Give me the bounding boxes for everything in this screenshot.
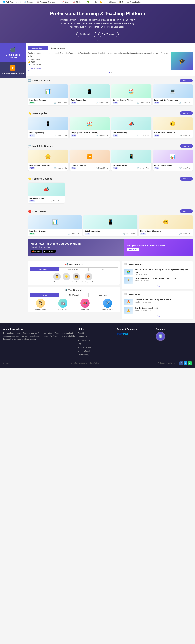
vendor-item: 👱 Andy Field bbox=[62, 273, 70, 283]
article-date: Sunday 04 August 2019 bbox=[134, 274, 191, 275]
whatsapp-button[interactable]: w bbox=[188, 361, 192, 365]
news-more[interactable]: ••• More bbox=[124, 315, 191, 317]
course-card[interactable]: 📱 Data Engineering ₹100 🕐 3 hour 17 min bbox=[28, 117, 68, 138]
card-thumbnail: 📱 bbox=[84, 215, 137, 228]
footer-link[interactable]: Vendors Panel bbox=[78, 350, 114, 353]
course-card[interactable]: 📊 Live Class Example Free 🕐 1 hour 45 mi… bbox=[28, 215, 82, 236]
footer-payment-title: Payment Gateways bbox=[117, 328, 153, 330]
footer-link[interactable]: FAQ bbox=[78, 342, 114, 346]
duration-text: 1 hour 30 min bbox=[98, 167, 108, 169]
dot-1[interactable] bbox=[108, 72, 110, 73]
nav-item[interactable]: 💪Health & Fitness bbox=[100, 1, 116, 3]
view-course-button[interactable]: View Course bbox=[28, 67, 43, 71]
course-card[interactable]: 📊 Live Class Example Free 🕐 1 hour 45 mi… bbox=[28, 84, 68, 105]
appstore-badge[interactable]: 🍎 App Store bbox=[31, 250, 42, 253]
newest-load-more[interactable]: Load more bbox=[180, 79, 193, 82]
facebook-button[interactable]: f bbox=[180, 361, 183, 365]
coming-soon-card[interactable]: 📹 Coming Soon Courses bbox=[0, 44, 26, 62]
footer-about-text: Pro Academy is very professional learnin… bbox=[3, 332, 75, 340]
tab-featured-courses[interactable]: Featured Courses bbox=[28, 46, 48, 50]
price-badge: Free bbox=[29, 102, 34, 104]
start-teachings-button[interactable]: Start Teachings bbox=[98, 32, 119, 37]
request-course-card[interactable]: ▶️ Request New Course bbox=[0, 62, 26, 78]
footer-link[interactable]: Terms & Rules bbox=[78, 339, 114, 342]
coming-soon-label: Coming Soon Courses bbox=[2, 54, 24, 58]
channels-title: Top Channels bbox=[68, 289, 84, 292]
nav-item[interactable]: 📖Personal Development bbox=[37, 1, 58, 3]
nav-label: Health & Fitness bbox=[103, 1, 116, 3]
footer-link[interactable]: Knowledgebase bbox=[78, 346, 114, 349]
tab-social-marketing[interactable]: Social Marketing bbox=[48, 46, 68, 50]
course-card[interactable]: 📱 Data Engineering ₹100 🕐 3 hour 17 min bbox=[84, 215, 137, 236]
channels-tab-viewed[interactable]: Most Viewed bbox=[59, 293, 88, 297]
nav-item[interactable]: 📊Business bbox=[24, 1, 34, 3]
featured-description: Social marketing has the primary goal of… bbox=[28, 52, 170, 57]
nav-icon: 🎓 bbox=[119, 1, 122, 3]
articles-more[interactable]: ••• More bbox=[124, 285, 191, 287]
googleplay-badge[interactable]: ▶ Google Play bbox=[43, 250, 56, 253]
price-badge: ₹100 bbox=[154, 102, 160, 104]
nav-item[interactable]: 🌐Web Development bbox=[3, 1, 20, 3]
footer-payment: Payment Gateways PayPal bbox=[117, 328, 153, 357]
hero-description: Proacademy is very professional learning… bbox=[60, 18, 136, 28]
course-card[interactable]: 📊 Project Management ₹100 🕐 1 hour 27 mi… bbox=[153, 150, 193, 171]
nav-label: Web Development bbox=[6, 1, 20, 3]
vendor-item: 👩 Mari Keiupa bbox=[72, 273, 81, 283]
course-card[interactable]: 🏖️ Staying Healthy While Traveling ₹100 … bbox=[70, 117, 110, 138]
card-title: How to Draw Characters bbox=[154, 132, 192, 134]
card-title: Data Engineering bbox=[112, 164, 150, 166]
course-card[interactable]: 🏖️ Staying Healthy While... ₹100 🕐 4 hou… bbox=[111, 84, 151, 105]
course-card[interactable]: ▶️ vimeo & youtube ₹100 🕐 1 hour 30 min bbox=[70, 150, 110, 171]
channels-tab-rated[interactable]: Best Rated bbox=[88, 293, 118, 297]
course-card[interactable]: 😊 How to Draw Characters ₹250 🕐 9 hour 0… bbox=[139, 215, 193, 236]
card-title: Social Marketing bbox=[112, 132, 150, 134]
follow-label: Follow us on social network bbox=[158, 362, 178, 364]
channels-tab-newest[interactable]: Newest bbox=[30, 293, 59, 297]
vendors-tab-feedback[interactable]: Courses Feedback bbox=[30, 268, 59, 271]
card-thumbnail: 📱 bbox=[70, 84, 110, 98]
nav-item[interactable]: ✂️Design bbox=[62, 1, 70, 3]
course-card[interactable]: 📱 Data Engineering ₹100 🕐 3 hour 17 min bbox=[70, 84, 110, 105]
clock-icon: 🕐 bbox=[54, 134, 56, 136]
course-card[interactable]: 😊 How to Draw Characters ₹250 🕐 9 hour 0… bbox=[153, 117, 193, 138]
clock-icon: 🕐 bbox=[179, 134, 181, 136]
price-badge: ₹100 bbox=[29, 134, 35, 136]
sold-load-more[interactable]: Load more bbox=[180, 144, 193, 148]
nav-item[interactable]: 🌿Lifestyle bbox=[87, 1, 97, 3]
footer-link[interactable]: About Us bbox=[78, 332, 114, 335]
duration-text: 1 hour 27 min bbox=[181, 167, 191, 169]
hero-section: Professional Learning & Teaching Platfor… bbox=[0, 4, 195, 44]
dot-2[interactable] bbox=[111, 72, 112, 73]
channel-item: ✈️ Healthy Travel bbox=[97, 298, 118, 310]
twitter-button[interactable]: t bbox=[184, 361, 187, 365]
channel-name: Android World bbox=[52, 308, 73, 310]
start-learnings-button[interactable]: Start Learnings bbox=[76, 32, 96, 37]
duration-info: 🕐 1 hour 30 min bbox=[96, 167, 108, 169]
popular-load-more[interactable]: Load More bbox=[180, 111, 193, 115]
featured-course-card[interactable]: 📣 Social Marketing ₹100 🕐 1 hour 27 min bbox=[28, 182, 64, 203]
footer-link[interactable]: Contact Us bbox=[78, 336, 114, 338]
featured-instructor: Drake Malone bbox=[31, 64, 41, 66]
footer-link[interactable]: Start Learning bbox=[78, 353, 114, 356]
course-card[interactable]: 💻 Learning SQL Programming ₹100 🕐 1 hour… bbox=[153, 84, 193, 105]
duration-info: 🕐 9 hour 02 min bbox=[179, 134, 191, 136]
featured-courses-section: ⭐ Featured Courses Load more 📣 Social Ma… bbox=[26, 174, 195, 206]
clock-icon: 🕐 bbox=[54, 102, 56, 104]
duration-text: 3 hour 17 min bbox=[140, 167, 150, 169]
start-now-button[interactable]: Start Now! bbox=[127, 248, 139, 251]
vendor-name: Andy Field bbox=[62, 281, 70, 283]
featured2-load-more[interactable]: Load more bbox=[180, 177, 193, 180]
clock-icon: 🕐 bbox=[54, 167, 56, 169]
course-card[interactable]: 😊 How to Draw Characters ₹250 🕐 9 hour 0… bbox=[28, 150, 68, 171]
nav-item[interactable]: 🎓Teaching & Academics bbox=[119, 1, 140, 3]
vendors-tab-count[interactable]: Courses Count bbox=[59, 268, 88, 271]
channel-thumbnail: ✈️ bbox=[103, 298, 112, 308]
clock-icon: 🕐 bbox=[179, 102, 181, 104]
vendors-tab-sales[interactable]: Sales bbox=[88, 268, 118, 271]
nav-item[interactable]: 📣Marketing bbox=[73, 1, 84, 3]
clock-icon: 🕐 bbox=[28, 58, 30, 60]
course-card[interactable]: 📣 Social Marketing ₹100 🕐 1 hour 27 min bbox=[111, 117, 151, 138]
live-load-more[interactable]: Load more bbox=[180, 210, 193, 213]
course-card[interactable]: 📱 Data Engineering ₹100 🕐 3 hour 17 min bbox=[111, 150, 151, 171]
price-badge: ₹250 bbox=[29, 167, 35, 169]
